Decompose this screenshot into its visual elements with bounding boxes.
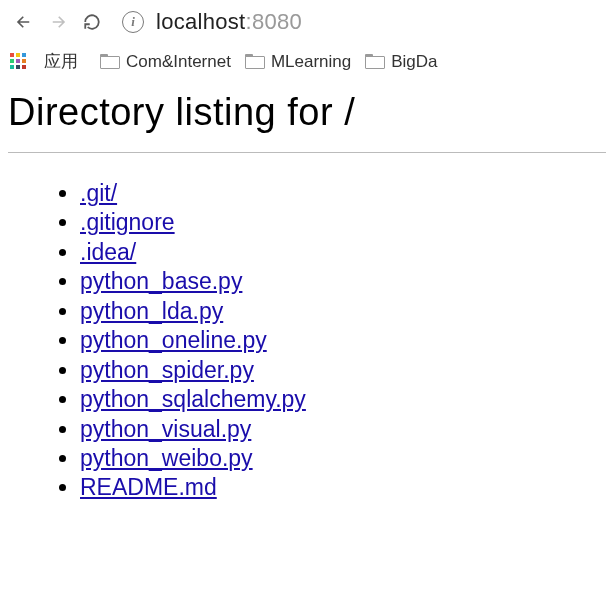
divider	[8, 152, 606, 153]
bookmark-label: Com&Internet	[126, 52, 231, 72]
list-item: .idea/	[80, 238, 606, 267]
list-item: python_base.py	[80, 267, 606, 296]
reload-button[interactable]	[78, 8, 106, 36]
file-link[interactable]: README.md	[80, 474, 217, 500]
file-link[interactable]: python_weibo.py	[80, 445, 253, 471]
list-item: python_sqlalchemy.py	[80, 385, 606, 414]
file-link[interactable]: python_lda.py	[80, 298, 223, 324]
address-host: localhost	[156, 9, 246, 34]
address-bar[interactable]: localhost:8080	[156, 9, 302, 35]
bookmark-bar: 应用 Com&Internet MLearning BigDa	[0, 44, 614, 79]
address-port: :8080	[246, 9, 303, 34]
bookmark-label: MLearning	[271, 52, 351, 72]
file-list: .git/.gitignore.idea/python_base.pypytho…	[8, 179, 606, 503]
list-item: .git/	[80, 179, 606, 208]
file-link[interactable]: python_sqlalchemy.py	[80, 386, 306, 412]
apps-label[interactable]: 应用	[44, 50, 78, 73]
forward-button[interactable]	[44, 8, 72, 36]
file-link[interactable]: .gitignore	[80, 209, 175, 235]
file-link[interactable]: .git/	[80, 180, 117, 206]
list-item: python_weibo.py	[80, 444, 606, 473]
list-item: python_spider.py	[80, 356, 606, 385]
list-item: python_lda.py	[80, 297, 606, 326]
list-item: README.md	[80, 473, 606, 502]
bookmark-folder-cominternet[interactable]: Com&Internet	[100, 52, 231, 72]
file-link[interactable]: python_visual.py	[80, 416, 251, 442]
file-link[interactable]: .idea/	[80, 239, 136, 265]
page-content: Directory listing for / .git/.gitignore.…	[0, 79, 614, 503]
bookmark-folder-bigdata[interactable]: BigDa	[365, 52, 437, 72]
page-title: Directory listing for /	[8, 91, 606, 134]
list-item: python_oneline.py	[80, 326, 606, 355]
file-link[interactable]: python_base.py	[80, 268, 242, 294]
folder-icon	[365, 54, 385, 69]
bookmark-folder-mlearning[interactable]: MLearning	[245, 52, 351, 72]
back-button[interactable]	[10, 8, 38, 36]
file-link[interactable]: python_spider.py	[80, 357, 254, 383]
folder-icon	[100, 54, 120, 69]
bookmark-label: BigDa	[391, 52, 437, 72]
file-link[interactable]: python_oneline.py	[80, 327, 267, 353]
site-info-icon[interactable]: i	[122, 11, 144, 33]
list-item: python_visual.py	[80, 415, 606, 444]
folder-icon	[245, 54, 265, 69]
browser-toolbar: i localhost:8080	[0, 0, 614, 44]
apps-icon[interactable]	[10, 53, 28, 71]
list-item: .gitignore	[80, 208, 606, 237]
